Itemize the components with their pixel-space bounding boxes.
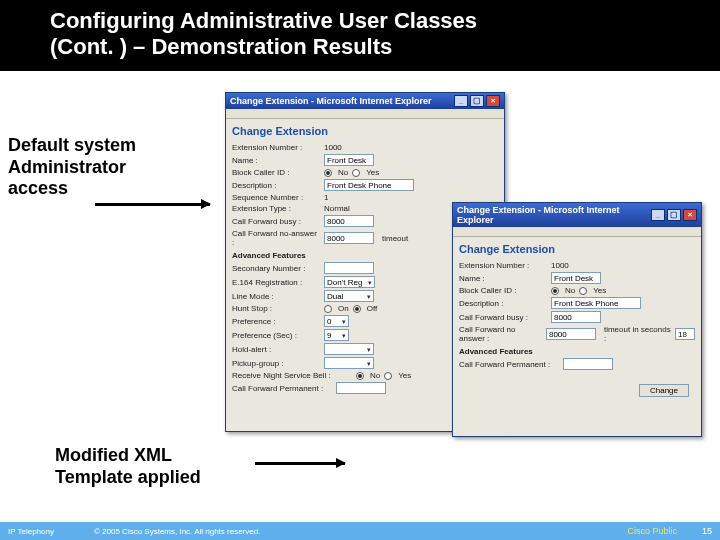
arrow-2 [255,462,345,465]
bcid-yes-radio[interactable] [352,169,360,177]
annotation-default-admin: Default system Administrator access [8,135,136,200]
etype-label: Extension Type : [232,204,320,213]
form-header-a: Change Extension [232,125,498,137]
max-icon[interactable]: ▢ [667,209,681,221]
close-icon[interactable]: × [683,209,697,221]
footer-brand: Cisco Public [627,526,677,536]
ext-num-value-b: 1000 [551,261,569,270]
cfb-input-b[interactable]: 8000 [551,311,601,323]
pref-select[interactable]: 0 [324,315,349,327]
bcid-no-radio-b[interactable] [551,287,559,295]
bcid-no-radio[interactable] [324,169,332,177]
name-input-b[interactable]: Front Desk [551,272,601,284]
min-icon[interactable]: _ [454,95,468,107]
window-b-title: Change Extension - Microsoft Internet Ex… [457,205,651,225]
pg-select[interactable] [324,357,374,369]
desc-input[interactable]: Front Desk Phone [324,179,414,191]
hs-on-radio[interactable] [324,305,332,313]
cfp-input-b[interactable] [563,358,613,370]
slide-title-line2: (Cont. ) – Demonstration Results [50,34,670,60]
hold-select[interactable] [324,343,374,355]
footer-left: IP Telephony [8,527,54,536]
slide-footer: IP Telephony © 2005 Cisco Systems, Inc. … [0,522,720,540]
bcid-yes-radio-b[interactable] [579,287,587,295]
seq-label: Sequence Number : [232,193,320,202]
ext-num-value: 1000 [324,143,342,152]
desc-label: Description : [232,181,320,190]
linemode-select[interactable]: Dual [324,290,374,302]
rns-no-radio[interactable] [356,372,364,380]
min-icon[interactable]: _ [651,209,665,221]
window-a-toolbar [226,109,504,119]
max-icon[interactable]: ▢ [470,95,484,107]
ext-num-label: Extension Number : [232,143,320,152]
window-b-toolbar [453,227,701,237]
bcid-label: Block Caller ID : [232,168,320,177]
window-admin-restricted: Change Extension - Microsoft Internet Ex… [452,202,702,437]
footer-copyright: © 2005 Cisco Systems, Inc. All rights re… [94,527,260,536]
seq-value: 1 [324,193,328,202]
cfna-label: Call Forward no-answer : [232,229,320,247]
hs-off-radio[interactable] [353,305,361,313]
slide-title-bar: Configuring Administrative User Classes … [0,0,720,71]
close-icon[interactable]: × [486,95,500,107]
name-label: Name : [232,156,320,165]
annotation-modified-xml: Modified XML Template applied [55,445,201,488]
etype-value: Normal [324,204,350,213]
cfb-label: Call Forward busy : [232,217,320,226]
timeout-input-b[interactable]: 18 [675,328,695,340]
cfna-input[interactable]: 8000 [324,232,374,244]
change-button[interactable]: Change [639,384,689,397]
window-b-titlebar[interactable]: Change Extension - Microsoft Internet Ex… [453,203,701,227]
prefs-select[interactable]: 9 [324,329,349,341]
e164-select[interactable]: Don't Reg [324,276,375,288]
name-input[interactable]: Front Desk [324,154,374,166]
rns-yes-radio[interactable] [384,372,392,380]
cfb-input[interactable]: 8000 [324,215,374,227]
window-a-titlebar[interactable]: Change Extension - Microsoft Internet Ex… [226,93,504,109]
arrow-1 [95,203,210,206]
footer-page: 15 [702,526,712,536]
desc-input-b[interactable]: Front Desk Phone [551,297,641,309]
cfna-input-b[interactable]: 8000 [546,328,596,340]
cfp-input-a[interactable] [336,382,386,394]
sec-input[interactable] [324,262,374,274]
adv-header-b: Advanced Features [459,347,695,356]
form-header-b: Change Extension [459,243,695,255]
slide-title-line1: Configuring Administrative User Classes [50,8,670,34]
window-a-title: Change Extension - Microsoft Internet Ex… [230,96,432,106]
